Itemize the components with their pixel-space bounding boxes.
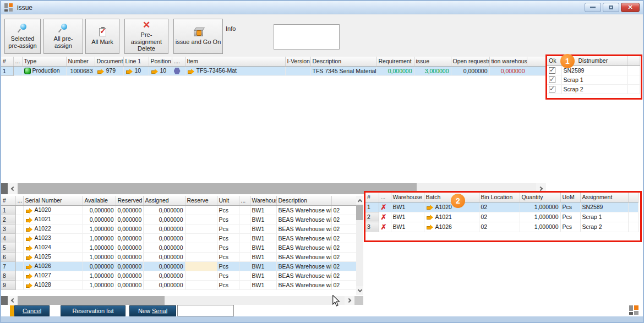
cell-reserve[interactable] [185,233,217,243]
orange-link-arrow-icon[interactable] [426,215,434,220]
close-button[interactable]: ✕ [621,3,640,12]
red-cross-icon[interactable]: ✗ [381,223,387,231]
orange-link-arrow-icon[interactable] [97,69,105,74]
scrollbar-track[interactable] [165,296,345,305]
checked-checkbox[interactable] [549,67,555,74]
table-row[interactable]: 1 Production 1000683 979 10 10 TFS-73456… [1,66,547,75]
scrollbar-track[interactable] [356,220,363,286]
column-header-number-sign[interactable]: # [1,196,15,205]
column-header-issue[interactable]: issue [414,57,451,66]
cell-reserve[interactable] [185,252,217,261]
column-header-document[interactable]: Document [95,57,123,66]
orange-link-arrow-icon[interactable] [25,227,33,232]
distnumber-row[interactable]: Scrap 2 [547,84,640,94]
column-header-serial-number[interactable]: Serial Number [23,196,83,205]
column-header-item[interactable]: Item [185,57,285,66]
orange-link-arrow-icon[interactable] [25,236,33,242]
selected-pre-assign-button[interactable]: Selected pre-assign [4,19,41,54]
serial-input[interactable] [177,305,234,316]
column-header-assigned[interactable]: Assigned [143,196,185,205]
scrollbar-thumb[interactable] [18,296,165,305]
serial-row[interactable]: 9 A1028 1,000000 0,000000 0,000000 Pcs B… [1,280,356,289]
red-cross-icon[interactable]: ✗ [381,213,387,221]
column-header-type[interactable]: Type [22,57,66,66]
orange-link-arrow-icon[interactable] [25,208,33,213]
pre-assignment-delete-button[interactable]: ✕ Pre-assignment Delete [124,19,168,54]
column-header-dots2[interactable]: ... [239,196,250,205]
column-header-description[interactable]: Description [310,57,376,66]
column-header-quantity[interactable]: Quantity [520,193,560,202]
orange-link-arrow-icon[interactable] [25,264,33,270]
column-header-warehouse[interactable]: Warehouse [391,193,424,202]
cell-reserve[interactable] [185,205,217,215]
serials-horizontal-scrollbar[interactable] [1,296,363,305]
column-header-line1[interactable]: Line 1 [123,57,149,66]
assignment-row[interactable]: 3 ✗ BW1 A1026 02 1,000000 Pcs Scrap 2 [365,222,638,232]
maximize-button[interactable] [603,3,619,12]
cell-reserve[interactable] [185,271,217,280]
assignment-row[interactable]: 1 ✗ BW1 A1020 02 1,000000 Pcs SN2589 [365,202,638,212]
orange-link-arrow-icon[interactable] [426,205,434,210]
column-header-assignment[interactable]: Assignment [580,193,628,202]
orange-link-arrow-icon[interactable] [25,283,33,288]
orange-link-arrow-icon[interactable] [187,69,195,74]
serials-vertical-scrollbar[interactable] [356,196,363,295]
column-header-reserve[interactable]: Reserve [185,196,217,205]
serial-row[interactable]: 1 A1020 0,000000 0,000000 0,000000 Pcs B… [1,205,356,215]
column-header-uom[interactable]: UoM [560,193,580,202]
orange-link-arrow-icon[interactable] [25,245,33,251]
cancel-button[interactable]: Cancel [14,305,50,316]
column-header-iversion[interactable]: I-Version [285,57,310,66]
distnumber-row[interactable]: SN2589 [547,65,640,75]
assignment-row[interactable]: 2 ✗ BW1 A1021 02 1,000000 Pcs Scrap 1 [365,212,638,222]
title-bar[interactable]: issue ✕ [1,1,643,14]
orange-link-arrow-icon[interactable] [25,273,33,279]
column-header-dots2[interactable]: .... [172,57,185,66]
serial-row[interactable]: 8 A1027 1,000000 0,000000 0,000000 Pcs B… [1,271,356,280]
column-header-warehouse[interactable]: Warehouse [250,196,276,205]
orange-link-arrow-icon[interactable] [25,217,33,223]
orange-link-arrow-icon[interactable] [151,69,159,74]
scroll-down-button[interactable] [356,286,363,295]
issue-and-go-on-button[interactable]: issue and Go On [173,19,223,54]
reservation-list-button[interactable]: Reservation list [61,305,125,316]
cell-reserve[interactable] [185,224,217,233]
info-textarea[interactable] [274,24,340,50]
column-header-dots[interactable]: ... [15,196,23,205]
cell-reserve[interactable] [185,215,217,224]
serial-row[interactable]: 7 A1026 0,000000 0,000000 0,000000 Pcs B… [1,261,356,271]
column-header-available[interactable]: Available [83,196,116,205]
column-header-dots[interactable]: ... [379,193,391,202]
cell-reserve[interactable] [185,280,217,289]
checked-checkbox[interactable] [549,76,555,83]
orange-link-arrow-icon[interactable] [426,225,434,230]
serial-row[interactable]: 6 A1025 1,000000 0,000000 0,000000 Pcs B… [1,252,356,261]
serial-row[interactable]: 2 A1021 0,000000 0,000000 0,000000 Pcs B… [1,215,356,224]
orange-link-arrow-icon[interactable] [125,69,133,74]
column-header-dots[interactable]: ... [13,57,22,66]
column-header-ok[interactable]: Ok [547,56,561,65]
all-mark-button[interactable]: All Mark [85,19,119,54]
serial-row[interactable]: 4 A1023 1,000000 0,000000 0,000000 Pcs B… [1,233,356,243]
scrollbar-thumb[interactable] [18,183,417,194]
cell-reserve[interactable] [185,243,217,252]
red-cross-icon[interactable]: ✗ [381,203,387,211]
column-header-bin-location[interactable] [331,196,356,205]
column-header-open-requests[interactable]: Open requests [451,57,489,66]
checked-checkbox[interactable] [549,86,555,92]
column-header-requirement[interactable]: Requirement [376,57,414,66]
serial-row[interactable]: 5 A1024 1,000000 0,000000 0,000000 Pcs B… [1,243,356,252]
distnumber-row[interactable]: Scrap 1 [547,75,640,84]
column-header-description[interactable]: Description [276,196,331,205]
cell-reserve[interactable] [185,261,217,271]
serial-row[interactable]: 3 A1022 1,000000 0,000000 0,000000 Pcs B… [1,224,356,233]
scrollbar-thumb[interactable] [356,205,363,220]
column-header-reservation-warehouse[interactable]: tion warehouse r [489,57,527,66]
column-header-number-sign[interactable]: # [1,57,13,66]
scroll-right-button[interactable] [345,296,354,305]
new-serial-button[interactable]: New Serial [129,305,176,316]
column-header-bin-location[interactable]: Bin Location [479,193,520,202]
minimize-button[interactable] [585,3,601,12]
scroll-left-button[interactable] [8,296,18,305]
scroll-left-button[interactable] [8,183,18,194]
